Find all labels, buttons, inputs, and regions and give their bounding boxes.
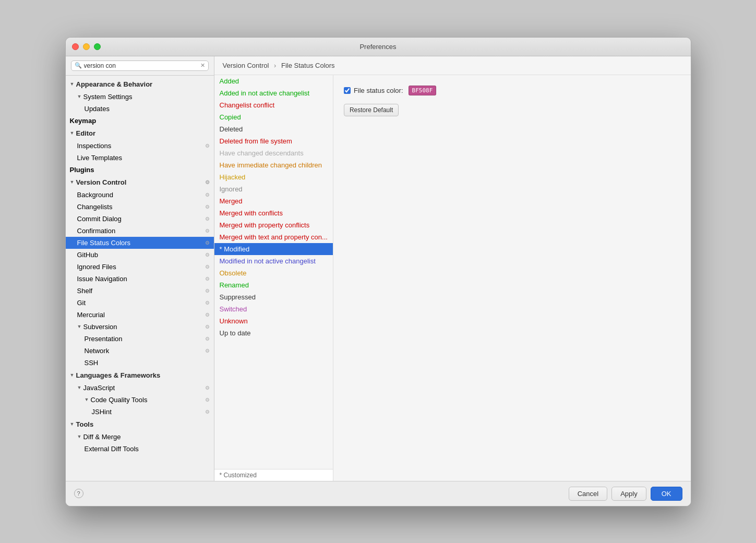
sidebar-item-jshint[interactable]: JSHint ⚙: [66, 406, 214, 418]
status-item-modified[interactable]: * Modified: [214, 243, 333, 255]
settings-icon: ⚙: [205, 143, 210, 149]
sidebar-item-updates[interactable]: Updates: [66, 103, 214, 115]
color-swatch[interactable]: BF508F: [409, 86, 437, 95]
sidebar-item-mercurial[interactable]: Mercurial ⚙: [66, 309, 214, 321]
sidebar-item-javascript[interactable]: ▼ JavaScript ⚙: [66, 382, 214, 394]
preferences-window: Preferences 🔍 ✕ ▼ Appearance & Behavior: [65, 37, 691, 506]
customized-note: * Customized: [214, 469, 333, 481]
sidebar-item-file-status-colors[interactable]: File Status Colors ⚙: [66, 237, 214, 249]
status-item-deleted[interactable]: Deleted: [214, 123, 333, 135]
sidebar-item-version-control[interactable]: ▼ Version Control ⚙: [66, 176, 214, 189]
status-item-up-to-date[interactable]: Up to date: [214, 327, 333, 339]
status-item-merged[interactable]: Merged: [214, 195, 333, 207]
status-item-unknown[interactable]: Unknown: [214, 315, 333, 327]
sidebar-item-changelists[interactable]: Changelists ⚙: [66, 201, 214, 213]
settings-icon-cd: ⚙: [205, 216, 210, 222]
sidebar-item-subversion[interactable]: ▼ Subversion ⚙: [66, 321, 214, 333]
status-item-merged-conflicts[interactable]: Merged with conflicts: [214, 207, 333, 219]
clear-icon[interactable]: ✕: [200, 62, 205, 69]
breadcrumb-separator: ›: [274, 62, 276, 69]
sidebar-item-shelf[interactable]: Shelf ⚙: [66, 285, 214, 297]
sidebar-item-languages-frameworks[interactable]: ▼ Languages & Frameworks: [66, 369, 214, 382]
ok-button[interactable]: OK: [651, 487, 682, 501]
sidebar-item-tools[interactable]: ▼ Tools: [66, 418, 214, 431]
status-item-copied[interactable]: Copied: [214, 111, 333, 123]
sidebar-item-background[interactable]: Background ⚙: [66, 189, 214, 201]
settings-icon-merc: ⚙: [205, 312, 210, 318]
sidebar-item-issue-navigation[interactable]: Issue Navigation ⚙: [66, 273, 214, 285]
sidebar-item-diff-merge[interactable]: ▼ Diff & Merge: [66, 431, 214, 443]
panel-body: Added Added in not active changelist Cha…: [214, 75, 691, 481]
file-status-list-wrapper: Added Added in not active changelist Cha…: [214, 75, 333, 481]
sidebar-item-external-diff-tools[interactable]: External Diff Tools: [66, 443, 214, 455]
sidebar-item-system-settings[interactable]: ▼ System Settings: [66, 91, 214, 103]
settings-icon-shelf: ⚙: [205, 288, 210, 294]
sidebar-tree: ▼ Appearance & Behavior ▼ System Setting…: [66, 76, 214, 481]
status-item-merged-text-property[interactable]: Merged with text and property con...: [214, 231, 333, 243]
settings-icon-vc: ⚙: [205, 179, 210, 185]
bottom-buttons: Cancel Apply OK: [569, 487, 682, 501]
main-content: 🔍 ✕ ▼ Appearance & Behavior ▼ System: [66, 56, 691, 481]
status-item-have-changed-descendants[interactable]: Have changed descendants: [214, 147, 333, 159]
sidebar-item-appearance[interactable]: ▼ Appearance & Behavior: [66, 78, 214, 91]
color-row: File status color: BF508F: [344, 86, 680, 95]
sidebar-item-network[interactable]: Network ⚙: [66, 345, 214, 357]
sidebar-item-code-quality-tools[interactable]: ▼ Code Quality Tools ⚙: [66, 394, 214, 406]
breadcrumb-part2: File Status Colors: [281, 62, 335, 69]
sidebar-item-ssh[interactable]: SSH: [66, 357, 214, 369]
color-label: File status color:: [354, 87, 403, 94]
settings-icon-in: ⚙: [205, 276, 210, 282]
sidebar-item-commit-dialog[interactable]: Commit Dialog ⚙: [66, 213, 214, 225]
sidebar-item-live-templates[interactable]: Live Templates: [66, 152, 214, 164]
apply-button[interactable]: Apply: [611, 487, 646, 501]
search-input[interactable]: [84, 62, 198, 69]
window-title: Preferences: [359, 43, 396, 51]
status-item-ignored[interactable]: Ignored: [214, 183, 333, 195]
file-status-color-checkbox[interactable]: [344, 87, 351, 94]
cancel-button[interactable]: Cancel: [569, 487, 607, 501]
status-item-switched[interactable]: Switched: [214, 303, 333, 315]
status-item-changelist-conflict[interactable]: Changelist conflict: [214, 99, 333, 111]
settings-icon-gh: ⚙: [205, 252, 210, 258]
settings-icon-git: ⚙: [205, 300, 210, 306]
settings-icon-cqt: ⚙: [205, 397, 210, 403]
sidebar-item-confirmation[interactable]: Confirmation ⚙: [66, 225, 214, 237]
help-button[interactable]: ?: [74, 489, 83, 498]
search-bar: 🔍 ✕: [66, 56, 214, 76]
close-button[interactable]: [72, 43, 79, 50]
settings-icon-bg: ⚙: [205, 192, 210, 198]
status-item-modified-not-active[interactable]: Modified in not active changelist: [214, 255, 333, 267]
settings-icon-if: ⚙: [205, 264, 210, 270]
sidebar-item-keymap[interactable]: Keymap: [66, 115, 214, 127]
status-item-suppressed[interactable]: Suppressed: [214, 291, 333, 303]
status-item-added-not-active[interactable]: Added in not active changelist: [214, 87, 333, 99]
status-item-deleted-from-fs[interactable]: Deleted from file system: [214, 135, 333, 147]
sidebar-item-editor[interactable]: ▼ Editor: [66, 127, 214, 140]
sidebar-item-ignored-files[interactable]: Ignored Files ⚙: [66, 261, 214, 273]
maximize-button[interactable]: [94, 43, 101, 50]
sidebar-item-plugins[interactable]: Plugins: [66, 164, 214, 176]
status-item-added[interactable]: Added: [214, 75, 333, 87]
settings-icon-pres: ⚙: [205, 336, 210, 342]
status-item-renamed[interactable]: Renamed: [214, 279, 333, 291]
sidebar-item-git[interactable]: Git ⚙: [66, 297, 214, 309]
settings-icon-svn: ⚙: [205, 324, 210, 330]
restore-default-button[interactable]: Restore Default: [344, 104, 399, 116]
bottom-bar: ? Cancel Apply OK: [66, 481, 691, 506]
minimize-button[interactable]: [83, 43, 90, 50]
status-item-merged-property-conflicts[interactable]: Merged with property conflicts: [214, 219, 333, 231]
settings-icon-jshint: ⚙: [205, 409, 210, 415]
sidebar: 🔍 ✕ ▼ Appearance & Behavior ▼ System: [66, 56, 214, 481]
settings-icon-cl: ⚙: [205, 204, 210, 210]
status-item-have-immediate-changed[interactable]: Have immediate changed children: [214, 159, 333, 171]
settings-icon-net: ⚙: [205, 348, 210, 354]
breadcrumb: Version Control › File Status Colors: [214, 56, 691, 75]
sidebar-item-github[interactable]: GitHub ⚙: [66, 249, 214, 261]
sidebar-item-inspections[interactable]: Inspections ⚙: [66, 140, 214, 152]
status-item-hijacked[interactable]: Hijacked: [214, 171, 333, 183]
settings-icon-conf: ⚙: [205, 228, 210, 234]
checkbox-wrapper: File status color:: [344, 87, 403, 94]
sidebar-item-presentation[interactable]: Presentation ⚙: [66, 333, 214, 345]
search-wrapper: 🔍 ✕: [71, 61, 209, 71]
status-item-obsolete[interactable]: Obsolete: [214, 267, 333, 279]
